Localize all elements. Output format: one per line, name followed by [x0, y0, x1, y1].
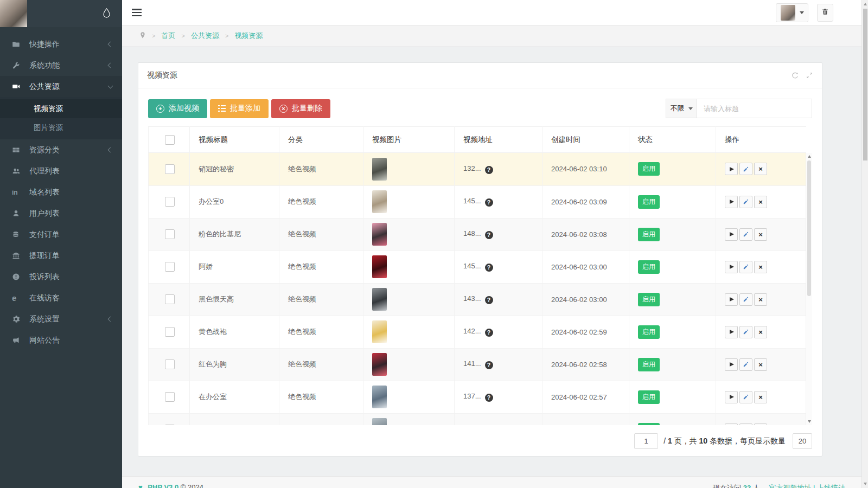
play-button[interactable] — [725, 261, 738, 273]
delete-button[interactable]: × — [754, 228, 767, 241]
sidebar-item-site-announcements[interactable]: 网站公告 — [0, 330, 122, 351]
per-page-input[interactable] — [793, 433, 812, 449]
question-circle-icon[interactable]: ? — [485, 394, 493, 402]
question-circle-icon[interactable]: ? — [485, 166, 493, 174]
question-circle-icon[interactable]: ? — [485, 231, 493, 239]
list-icon — [218, 105, 226, 112]
select-all-checkbox[interactable] — [165, 135, 175, 145]
batch-delete-button[interactable]: × 批量删除 — [271, 99, 330, 118]
delete-button[interactable]: × — [754, 423, 767, 426]
title-search-input[interactable] — [697, 99, 812, 118]
sidebar-item-system-settings[interactable]: 系统设置 — [0, 309, 122, 330]
refresh-icon[interactable] — [791, 72, 799, 80]
delete-button[interactable]: × — [754, 163, 767, 175]
row-checkbox[interactable] — [165, 327, 175, 337]
edit-button[interactable] — [739, 163, 752, 175]
edit-button[interactable] — [739, 391, 752, 403]
breadcrumb-separator: > — [181, 33, 184, 39]
page-scrollbar[interactable] — [861, 0, 868, 488]
row-checkbox[interactable] — [165, 294, 175, 304]
edit-button[interactable] — [739, 293, 752, 306]
expand-icon[interactable] — [806, 72, 813, 80]
sidebar-subitem[interactable]: 视频资源 — [0, 99, 122, 118]
scroll-up-arrow-icon[interactable] — [864, 3, 867, 5]
footer-left: ♥ PHP V3.0 © 2024 — [138, 483, 203, 488]
edit-button[interactable] — [739, 423, 752, 426]
created-time: 2024-06-02 03:10 — [551, 165, 607, 173]
status-badge: 启用 — [638, 162, 660, 176]
play-button[interactable] — [725, 163, 738, 175]
sidebar-item-system-functions[interactable]: 系统功能 — [0, 55, 122, 76]
video-title: 红色为胸 — [199, 360, 227, 368]
play-button[interactable] — [725, 326, 738, 338]
edit-button[interactable] — [739, 228, 752, 241]
edit-button[interactable] — [739, 358, 752, 371]
hamburger-menu-icon[interactable] — [132, 9, 142, 16]
video-category: 绝色视频 — [288, 328, 316, 336]
logo-image[interactable] — [0, 0, 27, 27]
sidebar-item-public-resources[interactable]: 公共资源 — [0, 76, 122, 97]
sidebar-item-withdrawal-orders[interactable]: 提现订单 — [0, 245, 122, 266]
delete-button[interactable]: × — [754, 326, 767, 338]
edit-button[interactable] — [739, 261, 752, 273]
video-thumbnail — [372, 223, 387, 246]
table-scrollbar[interactable] — [806, 153, 812, 425]
sidebar-item-complaint-list[interactable]: 投诉列表 — [0, 266, 122, 287]
scroll-up-arrow-icon[interactable] — [808, 155, 811, 158]
bank-icon — [12, 252, 24, 260]
scrollbar-thumb[interactable] — [863, 9, 867, 160]
delete-button[interactable]: × — [754, 391, 767, 403]
play-button[interactable] — [725, 358, 738, 371]
edit-button[interactable] — [739, 196, 752, 208]
user-avatar-dropdown[interactable] — [776, 3, 808, 22]
scrollbar-thumb[interactable] — [807, 160, 811, 296]
sidebar-item-online-visitors[interactable]: e在线访客 — [0, 287, 122, 309]
sidebar-subitem[interactable]: 图片资源 — [0, 118, 122, 137]
question-circle-icon[interactable]: ? — [485, 296, 493, 304]
delete-button[interactable]: × — [754, 261, 767, 273]
scroll-down-arrow-icon[interactable] — [864, 483, 867, 485]
row-checkbox[interactable] — [165, 229, 175, 239]
edit-button[interactable] — [739, 326, 752, 338]
breadcrumb-home[interactable]: 首页 — [161, 31, 175, 41]
sidebar-header — [0, 0, 122, 27]
play-button[interactable] — [725, 423, 738, 426]
play-button[interactable] — [725, 293, 738, 306]
row-checkbox[interactable] — [165, 164, 175, 174]
created-time: 2024-06-02 03:08 — [551, 230, 607, 239]
sidebar-item-user-list[interactable]: 用户列表 — [0, 203, 122, 224]
logout-trash-button[interactable] — [817, 4, 833, 22]
row-checkbox[interactable] — [165, 392, 175, 402]
delete-button[interactable]: × — [754, 293, 767, 306]
question-circle-icon[interactable]: ? — [485, 361, 493, 369]
row-checkbox[interactable] — [165, 197, 175, 207]
add-video-button[interactable]: + 添加视频 — [148, 99, 207, 118]
play-button[interactable] — [725, 196, 738, 208]
row-checkbox[interactable] — [165, 425, 175, 425]
delete-button[interactable]: × — [754, 196, 767, 208]
sidebar-item-agent-list[interactable]: 代理列表 — [0, 160, 122, 182]
play-button[interactable] — [725, 391, 738, 403]
scroll-down-arrow-icon[interactable] — [808, 420, 811, 423]
x-icon: × — [758, 394, 763, 401]
question-circle-icon[interactable]: ? — [485, 329, 493, 337]
sidebar-item-resource-categories[interactable]: 资源分类 — [0, 139, 122, 160]
sidebar-item-domain-list[interactable]: in域名列表 — [0, 182, 122, 203]
sidebar-item-payment-orders[interactable]: 支付订单 — [0, 224, 122, 245]
page-number-input[interactable] — [634, 433, 658, 449]
delete-button[interactable]: × — [754, 358, 767, 371]
question-circle-icon[interactable]: ? — [485, 198, 493, 207]
batch-add-button[interactable]: 批量添加 — [210, 99, 269, 118]
row-checkbox[interactable] — [165, 359, 175, 369]
breadcrumb-video-resources[interactable]: 视频资源 — [234, 31, 263, 41]
category-filter-dropdown[interactable]: 不限 — [666, 99, 697, 118]
breadcrumb-public-resources[interactable]: 公共资源 — [191, 31, 219, 41]
sidebar-item-quick-actions[interactable]: 快捷操作 — [0, 34, 122, 55]
footer-link[interactable]: 官方视频地址 | 上线统计 — [769, 484, 845, 488]
row-checkbox[interactable] — [165, 262, 175, 272]
wrench-icon — [12, 61, 24, 69]
play-icon — [730, 167, 734, 171]
video-category: 绝色视频 — [288, 262, 316, 271]
play-button[interactable] — [725, 228, 738, 241]
question-circle-icon[interactable]: ? — [485, 264, 493, 272]
